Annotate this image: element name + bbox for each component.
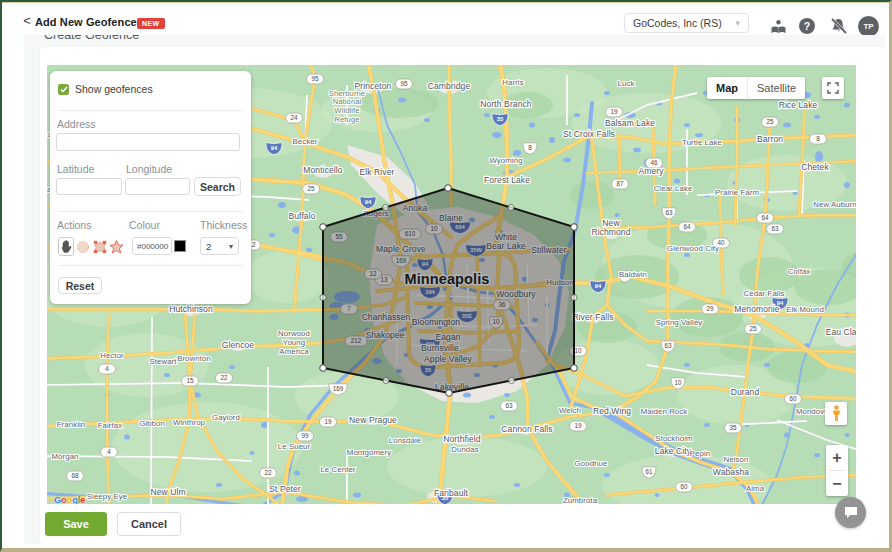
colour-swatch[interactable] [174,240,186,252]
geofence-vertex-handle[interactable] [571,365,578,372]
map-label: New [602,218,620,228]
map-lake [684,253,690,257]
svg-text:64: 64 [683,223,691,230]
map-label: Fairfax [98,421,123,430]
road-shield: 24 [286,113,303,123]
geofence-polygon[interactable] [323,188,574,393]
latitude-input[interactable] [56,178,122,195]
pegman-control[interactable] [825,402,847,425]
map-label: Norwood [278,329,310,338]
map-lake [549,137,555,143]
zoom-in-button[interactable]: + [826,445,848,470]
colour-input[interactable]: #000000 [132,237,172,255]
svg-text:68: 68 [71,472,79,479]
map-label: Colfax [788,267,811,276]
map-label: Glencoe [222,340,255,350]
geofence-vertex-handle[interactable] [320,365,327,372]
icon-graphic [770,19,787,35]
chat-fab[interactable] [835,497,866,528]
svg-text:?: ? [804,20,810,32]
svg-text:19: 19 [610,108,618,115]
map[interactable]: 9595242512557212221541999468221988468763… [47,65,856,504]
content-area: Create Geofence 959524251255721222154199… [24,35,885,544]
address-label: Address [57,118,96,130]
account-select[interactable]: GoCodes, Inc (RS) ▾ [624,13,749,33]
icon-graphic: ? [798,17,816,35]
svg-text:94: 94 [365,199,372,205]
draw-circle-icon[interactable] [75,237,91,256]
svg-text:19: 19 [574,422,582,429]
reset-button[interactable]: Reset [58,277,102,294]
longitude-input[interactable] [125,178,190,195]
geofence-vertex-handle[interactable] [446,390,453,397]
map-label: Maiden Rock [641,407,688,416]
map-road [619,135,620,184]
map-lake [269,233,275,237]
avatar[interactable]: TP [858,16,879,37]
svg-text:63: 63 [771,225,779,232]
geofence-midpoint-handle[interactable] [571,295,577,301]
map-label: Hutchinson [169,304,213,314]
section-heading: Create Geofence [44,35,139,42]
training-icon[interactable] [768,17,788,37]
map-lake [504,393,510,397]
svg-text:29: 29 [706,305,714,312]
map-label: Brownton [177,354,211,363]
svg-text:25: 25 [307,185,315,192]
map-label: Lonsdale [389,436,421,445]
map-label: Sherburne [329,89,365,98]
map-label: Alma [746,484,765,493]
map-label: North Branch [480,99,531,109]
map-label: Gibbon [139,419,165,428]
geofence-midpoint-handle[interactable] [320,295,326,301]
map-label: Wabasha [713,467,749,477]
map-label: Becker [293,137,318,146]
svg-text:10: 10 [574,347,582,354]
geofence-vertex-handle[interactable] [320,224,327,231]
map-type-map[interactable]: Map [707,77,747,99]
map-lake [604,473,610,477]
map-label: Le Sueur [278,442,311,451]
pan-tool-icon[interactable] [58,237,74,256]
back-button[interactable]: < [20,10,34,32]
notifications-off-icon[interactable] [828,16,848,36]
map-lake [845,433,850,437]
geofence-vertex-handle[interactable] [571,224,578,231]
geofence-midpoint-handle[interactable] [509,378,515,384]
map-label: Elk Mound [786,305,824,314]
map-label: Durand [731,387,760,397]
fullscreen-button[interactable] [822,77,844,99]
geofence-vertex-handle[interactable] [445,185,452,192]
help-icon[interactable]: ? [797,16,817,36]
road-shield: 60 [676,482,693,492]
map-label: Luck [618,79,635,88]
map-label: Sleepy Eye [87,492,127,501]
thickness-select[interactable]: 2 ▾ [200,237,239,255]
map-type-satellite[interactable]: Satellite [747,77,805,99]
zoom-out-button[interactable]: − [826,471,848,496]
svg-text:169: 169 [333,385,344,392]
geofence-midpoint-handle[interactable] [508,205,514,211]
road-shield: 99 [297,431,314,441]
map-label: Franklin [57,420,86,429]
show-geofences-checkbox[interactable] [58,84,69,95]
draw-star-icon[interactable] [108,237,124,256]
geofence-midpoint-handle[interactable] [383,378,389,384]
cancel-button[interactable]: Cancel [117,512,181,536]
search-button[interactable]: Search [194,177,241,196]
geofence-midpoint-handle[interactable] [383,205,389,211]
icon-graphic [76,240,90,254]
save-button[interactable]: Save [45,512,107,536]
map-lake [764,363,770,367]
longitude-label: Longitude [126,163,172,175]
map-label: Nelson [724,455,749,464]
map-label: Eau Claire [826,327,856,337]
svg-text:19: 19 [324,418,332,425]
address-input[interactable] [56,133,240,151]
draw-polygon-icon[interactable] [92,237,108,256]
divider [58,110,243,111]
account-select-value: GoCodes, Inc (RS) [633,17,735,29]
map-label: St Peter [269,484,301,494]
show-geofences-label: Show geofences [75,83,153,95]
map-label: Gaylord [212,413,240,422]
